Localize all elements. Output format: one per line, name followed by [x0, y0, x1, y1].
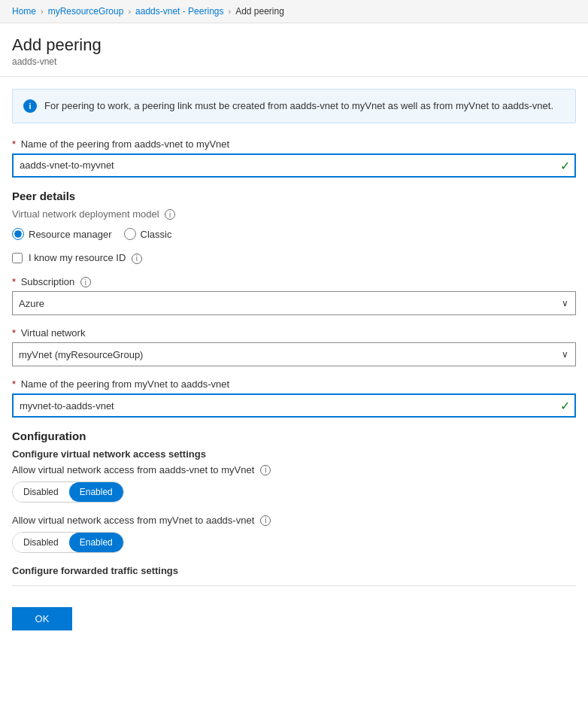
virtual-network-label: * Virtual network	[12, 327, 576, 339]
allow-myvnet-aadds-info-icon[interactable]: i	[260, 515, 271, 526]
toggle-aadds-myvnet-enabled[interactable]: Enabled	[69, 482, 123, 502]
info-box: i For peering to work, a peering link mu…	[12, 89, 576, 123]
radio-resource-manager-input[interactable]	[12, 228, 24, 240]
subscription-select[interactable]: Azure	[12, 291, 576, 315]
deployment-model-info-icon[interactable]: i	[165, 209, 175, 220]
breadcrumb-sep-1: ›	[41, 7, 44, 16]
allow-aadds-myvnet-info-icon[interactable]: i	[260, 465, 271, 475]
toggle-myvnet-aadds-enabled[interactable]: Enabled	[69, 533, 123, 552]
peering-name-reverse-input[interactable]	[12, 393, 576, 418]
virtual-network-select-wrapper: myVnet (myResourceGroup) ∨	[12, 342, 576, 366]
radio-classic-input[interactable]	[124, 228, 136, 240]
configuration-heading: Configuration	[12, 430, 576, 442]
peering-name-input[interactable]	[12, 153, 576, 178]
subscription-label: * Subscription i	[12, 276, 576, 288]
breadcrumb-current: Add peering	[235, 6, 284, 17]
subscription-info-icon[interactable]: i	[80, 277, 91, 287]
page-header: Add peering aadds-vnet	[0, 23, 588, 77]
peering-name-reverse-label: * Name of the peering from myVnet to aad…	[12, 378, 576, 390]
breadcrumb-home[interactable]: Home	[12, 6, 36, 17]
page-subtitle: aadds-vnet	[12, 56, 576, 67]
main-content: i For peering to work, a peering link mu…	[0, 77, 588, 655]
breadcrumb: Home › myResourceGroup › aadds-vnet - Pe…	[0, 0, 588, 23]
peering-name-input-wrapper: ✓	[12, 153, 576, 178]
radio-resource-manager[interactable]: Resource manager	[12, 228, 112, 240]
peering-name-reverse-input-wrapper: ✓	[12, 393, 576, 418]
allow-access-aadds-to-myvnet-group: Allow virtual network access from aadds-…	[12, 464, 576, 503]
page-title: Add peering	[12, 35, 576, 55]
peering-name-reverse-field-group: * Name of the peering from myVnet to aad…	[12, 378, 576, 418]
toggle-myvnet-to-aadds[interactable]: Disabled Enabled	[12, 532, 124, 553]
resource-id-info-icon[interactable]: i	[132, 254, 142, 264]
breadcrumb-peerings[interactable]: aadds-vnet - Peerings	[135, 6, 223, 17]
resource-id-checkbox[interactable]	[12, 253, 23, 263]
ok-button[interactable]: OK	[12, 607, 72, 630]
peering-name-label: * Name of the peering from aadds-vnet to…	[12, 138, 576, 150]
info-text: For peering to work, a peering link must…	[44, 99, 553, 114]
subscription-select-wrapper: Azure ∨	[12, 291, 576, 315]
breadcrumb-sep-3: ›	[228, 7, 231, 16]
radio-resource-manager-label: Resource manager	[29, 229, 112, 240]
resource-id-label: I know my resource ID i	[29, 252, 142, 264]
peering-name-reverse-check-icon: ✓	[560, 399, 570, 413]
info-icon: i	[23, 99, 37, 113]
subscription-field-group: * Subscription i Azure ∨	[12, 276, 576, 316]
peering-name-field-group: * Name of the peering from aadds-vnet to…	[12, 138, 576, 178]
allow-access-myvnet-to-aadds-group: Allow virtual network access from myVnet…	[12, 515, 576, 553]
radio-classic-label: Classic	[141, 229, 172, 240]
forwarded-traffic-heading: Configure forwarded traffic settings	[12, 565, 576, 576]
access-settings-heading: Configure virtual network access setting…	[12, 448, 576, 460]
allow-access-aadds-to-myvnet-label: Allow virtual network access from aadds-…	[12, 464, 576, 475]
toggle-aadds-myvnet-disabled[interactable]: Disabled	[13, 482, 69, 502]
peering-name-check-icon: ✓	[560, 158, 570, 172]
deployment-radio-group: Resource manager Classic	[12, 228, 576, 240]
toggle-aadds-to-myvnet[interactable]: Disabled Enabled	[12, 481, 124, 503]
resource-id-checkbox-group: I know my resource ID i	[12, 252, 576, 264]
virtual-network-field-group: * Virtual network myVnet (myResourceGrou…	[12, 327, 576, 366]
radio-classic[interactable]: Classic	[124, 228, 172, 240]
allow-access-myvnet-to-aadds-label: Allow virtual network access from myVnet…	[12, 515, 576, 526]
footer-divider	[12, 585, 576, 586]
peer-details-heading: Peer details	[12, 190, 576, 202]
breadcrumb-resource-group[interactable]: myResourceGroup	[48, 6, 124, 17]
toggle-myvnet-aadds-disabled[interactable]: Disabled	[13, 533, 69, 552]
virtual-network-select[interactable]: myVnet (myResourceGroup)	[12, 342, 576, 366]
breadcrumb-sep-2: ›	[128, 7, 131, 16]
deployment-model-group: Virtual network deployment model i Resou…	[12, 208, 576, 241]
deployment-model-label: Virtual network deployment model i	[12, 208, 576, 224]
peering-name-required-star: *	[12, 138, 16, 150]
